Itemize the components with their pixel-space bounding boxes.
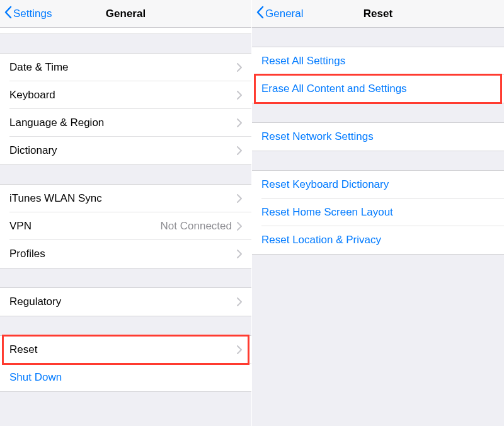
navbar-reset: General Reset: [252, 0, 504, 28]
row-label: Reset Home Screen Layout: [261, 206, 495, 219]
back-to-general[interactable]: General: [256, 0, 303, 28]
row-label: Reset: [9, 343, 237, 356]
chevron-left-icon: [4, 6, 13, 22]
row-profiles[interactable]: Profiles: [0, 240, 251, 268]
row-reset-network-settings[interactable]: Reset Network Settings: [252, 123, 504, 151]
row-erase-all-content[interactable]: Erase All Content and Settings: [252, 75, 504, 103]
group-localization: Date & Time Keyboard Language & Region D…: [0, 53, 251, 165]
row-reset-all-settings[interactable]: Reset All Settings: [252, 47, 504, 75]
row-dictionary[interactable]: Dictionary: [0, 137, 251, 164]
row-shut-down[interactable]: Shut Down: [0, 364, 251, 391]
spacer: [0, 316, 251, 335]
spacer: [0, 165, 251, 184]
chevron-right-icon: [237, 146, 242, 155]
chevron-right-icon: [237, 345, 242, 354]
group-reset-network: Reset Network Settings: [252, 122, 504, 151]
row-label: Regulatory: [9, 296, 237, 308]
group-reset-other: Reset Keyboard Dictionary Reset Home Scr…: [252, 170, 504, 255]
row-reset-home-screen-layout[interactable]: Reset Home Screen Layout: [252, 199, 504, 226]
chevron-right-icon: [237, 118, 242, 127]
row-reset-location-privacy[interactable]: Reset Location & Privacy: [252, 226, 504, 254]
row-vpn[interactable]: VPN Not Connected: [0, 212, 251, 240]
row-label: Erase All Content and Settings: [261, 83, 495, 95]
chevron-right-icon: [237, 63, 242, 72]
screenshot-container: Settings General Date & Time Keyboard La…: [0, 0, 504, 426]
group-sync-network: iTunes WLAN Sync VPN Not Connected Profi…: [0, 184, 251, 268]
chevron-right-icon: [237, 250, 242, 258]
general-content: Date & Time Keyboard Language & Region D…: [0, 28, 251, 426]
reset-settings-pane: General Reset Reset All Settings Erase A…: [252, 0, 504, 426]
group-regulatory: Regulatory: [0, 287, 251, 316]
spacer: [252, 103, 504, 122]
group-reset-shutdown: Reset Shut Down: [0, 335, 251, 392]
row-detail: Not Connected: [161, 220, 232, 233]
reset-content: Reset All Settings Erase All Content and…: [252, 28, 504, 426]
row-language-region[interactable]: Language & Region: [0, 109, 251, 137]
spacer: [252, 151, 504, 170]
row-keyboard[interactable]: Keyboard: [0, 81, 251, 109]
row-label: Dictionary: [9, 144, 237, 157]
chevron-right-icon: [237, 222, 242, 231]
row-itunes-wlan-sync[interactable]: iTunes WLAN Sync: [0, 185, 251, 212]
navbar-general: Settings General: [0, 0, 251, 28]
row-reset[interactable]: Reset: [0, 336, 251, 364]
row-regulatory[interactable]: Regulatory: [0, 288, 251, 316]
row-label: Reset All Settings: [261, 55, 495, 67]
back-label: General: [265, 8, 303, 20]
spacer: [0, 268, 251, 287]
row-label: Shut Down: [9, 371, 242, 384]
row-label: Profiles: [9, 248, 237, 260]
row-label: Reset Location & Privacy: [261, 234, 495, 246]
row-label: Language & Region: [9, 117, 237, 129]
chevron-right-icon: [237, 297, 242, 306]
row-label: iTunes WLAN Sync: [9, 192, 237, 205]
spacer: [0, 34, 251, 53]
row-label: Keyboard: [9, 89, 237, 101]
chevron-right-icon: [237, 91, 242, 100]
general-settings-pane: Settings General Date & Time Keyboard La…: [0, 0, 252, 426]
back-label: Settings: [13, 8, 52, 20]
row-reset-keyboard-dictionary[interactable]: Reset Keyboard Dictionary: [252, 171, 504, 199]
spacer: [252, 28, 504, 47]
row-label: Reset Keyboard Dictionary: [261, 178, 495, 191]
row-label: Date & Time: [9, 61, 237, 74]
chevron-left-icon: [256, 6, 265, 22]
partial-previous-row: [0, 28, 251, 34]
group-reset-all: Reset All Settings Erase All Content and…: [252, 47, 504, 103]
row-date-time[interactable]: Date & Time: [0, 54, 251, 81]
row-label: Reset Network Settings: [261, 130, 495, 143]
chevron-right-icon: [237, 194, 242, 203]
back-to-settings[interactable]: Settings: [4, 0, 52, 28]
row-label: VPN: [9, 220, 161, 233]
